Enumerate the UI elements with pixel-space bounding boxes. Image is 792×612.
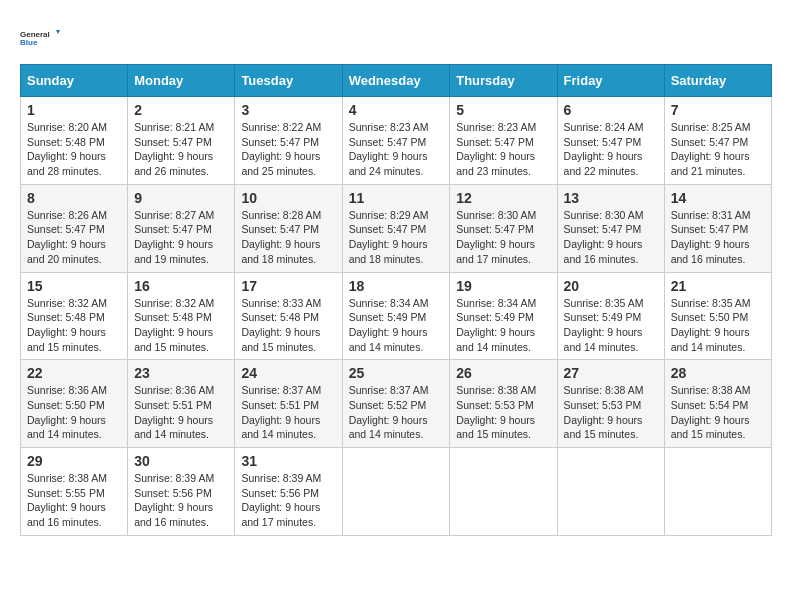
calendar-cell: 5Sunrise: 8:23 AMSunset: 5:47 PMDaylight… [450, 97, 557, 185]
calendar-week-1: 1Sunrise: 8:20 AMSunset: 5:48 PMDaylight… [21, 97, 772, 185]
day-number: 18 [349, 278, 444, 294]
calendar-cell: 30Sunrise: 8:39 AMSunset: 5:56 PMDayligh… [128, 448, 235, 536]
calendar-cell: 31Sunrise: 8:39 AMSunset: 5:56 PMDayligh… [235, 448, 342, 536]
day-number: 2 [134, 102, 228, 118]
cell-info: Sunrise: 8:34 AMSunset: 5:49 PMDaylight:… [456, 296, 550, 355]
cell-info: Sunrise: 8:32 AMSunset: 5:48 PMDaylight:… [134, 296, 228, 355]
cell-info: Sunrise: 8:20 AMSunset: 5:48 PMDaylight:… [27, 120, 121, 179]
day-number: 22 [27, 365, 121, 381]
logo: General Blue [20, 20, 60, 56]
calendar-cell: 23Sunrise: 8:36 AMSunset: 5:51 PMDayligh… [128, 360, 235, 448]
calendar-cell: 10Sunrise: 8:28 AMSunset: 5:47 PMDayligh… [235, 184, 342, 272]
day-number: 20 [564, 278, 658, 294]
calendar-week-5: 29Sunrise: 8:38 AMSunset: 5:55 PMDayligh… [21, 448, 772, 536]
day-number: 17 [241, 278, 335, 294]
calendar-cell: 6Sunrise: 8:24 AMSunset: 5:47 PMDaylight… [557, 97, 664, 185]
day-number: 12 [456, 190, 550, 206]
calendar-cell: 20Sunrise: 8:35 AMSunset: 5:49 PMDayligh… [557, 272, 664, 360]
calendar-cell: 14Sunrise: 8:31 AMSunset: 5:47 PMDayligh… [664, 184, 771, 272]
header-saturday: Saturday [664, 65, 771, 97]
calendar-cell [557, 448, 664, 536]
header-wednesday: Wednesday [342, 65, 450, 97]
cell-info: Sunrise: 8:24 AMSunset: 5:47 PMDaylight:… [564, 120, 658, 179]
cell-info: Sunrise: 8:23 AMSunset: 5:47 PMDaylight:… [349, 120, 444, 179]
cell-info: Sunrise: 8:35 AMSunset: 5:50 PMDaylight:… [671, 296, 765, 355]
cell-info: Sunrise: 8:25 AMSunset: 5:47 PMDaylight:… [671, 120, 765, 179]
calendar-table: SundayMondayTuesdayWednesdayThursdayFrid… [20, 64, 772, 536]
cell-info: Sunrise: 8:38 AMSunset: 5:55 PMDaylight:… [27, 471, 121, 530]
calendar-cell [450, 448, 557, 536]
calendar-cell: 19Sunrise: 8:34 AMSunset: 5:49 PMDayligh… [450, 272, 557, 360]
calendar-cell [342, 448, 450, 536]
cell-info: Sunrise: 8:36 AMSunset: 5:50 PMDaylight:… [27, 383, 121, 442]
calendar-cell: 27Sunrise: 8:38 AMSunset: 5:53 PMDayligh… [557, 360, 664, 448]
day-number: 14 [671, 190, 765, 206]
day-number: 24 [241, 365, 335, 381]
calendar-cell: 16Sunrise: 8:32 AMSunset: 5:48 PMDayligh… [128, 272, 235, 360]
calendar-cell: 9Sunrise: 8:27 AMSunset: 5:47 PMDaylight… [128, 184, 235, 272]
cell-info: Sunrise: 8:35 AMSunset: 5:49 PMDaylight:… [564, 296, 658, 355]
day-number: 4 [349, 102, 444, 118]
day-number: 23 [134, 365, 228, 381]
calendar-cell: 2Sunrise: 8:21 AMSunset: 5:47 PMDaylight… [128, 97, 235, 185]
day-number: 19 [456, 278, 550, 294]
page-header: General Blue [20, 20, 772, 56]
calendar-cell: 8Sunrise: 8:26 AMSunset: 5:47 PMDaylight… [21, 184, 128, 272]
cell-info: Sunrise: 8:37 AMSunset: 5:52 PMDaylight:… [349, 383, 444, 442]
calendar-cell: 3Sunrise: 8:22 AMSunset: 5:47 PMDaylight… [235, 97, 342, 185]
day-number: 30 [134, 453, 228, 469]
logo-svg: General Blue [20, 20, 60, 56]
cell-info: Sunrise: 8:27 AMSunset: 5:47 PMDaylight:… [134, 208, 228, 267]
day-number: 16 [134, 278, 228, 294]
day-number: 26 [456, 365, 550, 381]
cell-info: Sunrise: 8:38 AMSunset: 5:54 PMDaylight:… [671, 383, 765, 442]
calendar-cell [664, 448, 771, 536]
header-friday: Friday [557, 65, 664, 97]
cell-info: Sunrise: 8:38 AMSunset: 5:53 PMDaylight:… [456, 383, 550, 442]
cell-info: Sunrise: 8:39 AMSunset: 5:56 PMDaylight:… [241, 471, 335, 530]
cell-info: Sunrise: 8:23 AMSunset: 5:47 PMDaylight:… [456, 120, 550, 179]
calendar-cell: 22Sunrise: 8:36 AMSunset: 5:50 PMDayligh… [21, 360, 128, 448]
day-number: 29 [27, 453, 121, 469]
cell-info: Sunrise: 8:37 AMSunset: 5:51 PMDaylight:… [241, 383, 335, 442]
day-number: 15 [27, 278, 121, 294]
calendar-cell: 4Sunrise: 8:23 AMSunset: 5:47 PMDaylight… [342, 97, 450, 185]
calendar-cell: 12Sunrise: 8:30 AMSunset: 5:47 PMDayligh… [450, 184, 557, 272]
cell-info: Sunrise: 8:39 AMSunset: 5:56 PMDaylight:… [134, 471, 228, 530]
day-number: 7 [671, 102, 765, 118]
cell-info: Sunrise: 8:26 AMSunset: 5:47 PMDaylight:… [27, 208, 121, 267]
calendar-cell: 7Sunrise: 8:25 AMSunset: 5:47 PMDaylight… [664, 97, 771, 185]
calendar-week-3: 15Sunrise: 8:32 AMSunset: 5:48 PMDayligh… [21, 272, 772, 360]
svg-text:Blue: Blue [20, 38, 38, 47]
day-number: 25 [349, 365, 444, 381]
calendar-cell: 29Sunrise: 8:38 AMSunset: 5:55 PMDayligh… [21, 448, 128, 536]
cell-info: Sunrise: 8:22 AMSunset: 5:47 PMDaylight:… [241, 120, 335, 179]
day-number: 3 [241, 102, 335, 118]
cell-info: Sunrise: 8:36 AMSunset: 5:51 PMDaylight:… [134, 383, 228, 442]
header-sunday: Sunday [21, 65, 128, 97]
day-number: 11 [349, 190, 444, 206]
calendar-cell: 17Sunrise: 8:33 AMSunset: 5:48 PMDayligh… [235, 272, 342, 360]
calendar-cell: 26Sunrise: 8:38 AMSunset: 5:53 PMDayligh… [450, 360, 557, 448]
cell-info: Sunrise: 8:21 AMSunset: 5:47 PMDaylight:… [134, 120, 228, 179]
day-number: 21 [671, 278, 765, 294]
cell-info: Sunrise: 8:28 AMSunset: 5:47 PMDaylight:… [241, 208, 335, 267]
day-number: 10 [241, 190, 335, 206]
day-number: 27 [564, 365, 658, 381]
calendar-week-2: 8Sunrise: 8:26 AMSunset: 5:47 PMDaylight… [21, 184, 772, 272]
day-number: 8 [27, 190, 121, 206]
calendar-week-4: 22Sunrise: 8:36 AMSunset: 5:50 PMDayligh… [21, 360, 772, 448]
cell-info: Sunrise: 8:30 AMSunset: 5:47 PMDaylight:… [456, 208, 550, 267]
cell-info: Sunrise: 8:32 AMSunset: 5:48 PMDaylight:… [27, 296, 121, 355]
day-number: 6 [564, 102, 658, 118]
day-number: 1 [27, 102, 121, 118]
cell-info: Sunrise: 8:29 AMSunset: 5:47 PMDaylight:… [349, 208, 444, 267]
day-number: 28 [671, 365, 765, 381]
day-number: 9 [134, 190, 228, 206]
day-number: 31 [241, 453, 335, 469]
svg-marker-2 [56, 30, 60, 34]
cell-info: Sunrise: 8:33 AMSunset: 5:48 PMDaylight:… [241, 296, 335, 355]
calendar-cell: 18Sunrise: 8:34 AMSunset: 5:49 PMDayligh… [342, 272, 450, 360]
calendar-cell: 25Sunrise: 8:37 AMSunset: 5:52 PMDayligh… [342, 360, 450, 448]
calendar-cell: 15Sunrise: 8:32 AMSunset: 5:48 PMDayligh… [21, 272, 128, 360]
